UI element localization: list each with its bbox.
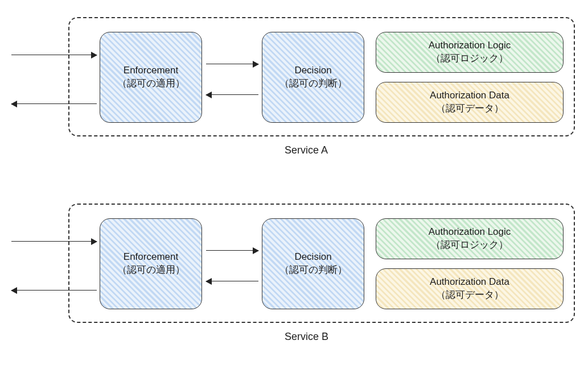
logic-block-b: Authorization Logic （認可ロジック） (376, 218, 564, 259)
decision-title-a: Decision (294, 64, 331, 77)
logic-block-a: Authorization Logic （認可ロジック） (376, 32, 564, 73)
data-block-b: Authorization Data （認可データ） (376, 268, 564, 309)
arrow-out-b (11, 290, 97, 291)
logic-title-b: Authorization Logic (429, 226, 511, 239)
enforcement-subtitle-a: （認可の適用） (117, 77, 185, 90)
service-b-label: Service B (285, 331, 328, 343)
data-title-a: Authorization Data (430, 89, 509, 102)
data-subtitle-b: （認可データ） (436, 289, 504, 302)
logic-title-a: Authorization Logic (429, 39, 511, 52)
arrow-in-b (11, 241, 97, 242)
logic-subtitle-b: （認可ロジック） (431, 239, 508, 252)
decision-subtitle-b: （認可の判断） (279, 264, 347, 277)
arrow-enf-to-dec-b (206, 250, 258, 251)
arrow-dec-to-enf-a (206, 94, 258, 95)
arrow-in-a (11, 55, 97, 55)
decision-block-b: Decision （認可の判断） (262, 218, 364, 309)
data-title-b: Authorization Data (430, 276, 509, 289)
decision-title-b: Decision (294, 251, 331, 264)
logic-subtitle-a: （認可ロジック） (431, 52, 508, 65)
enforcement-title-a: Enforcement (124, 64, 178, 77)
enforcement-title-b: Enforcement (124, 251, 178, 264)
enforcement-subtitle-b: （認可の適用） (117, 264, 185, 277)
data-subtitle-a: （認可データ） (436, 102, 504, 115)
enforcement-block-b: Enforcement （認可の適用） (100, 218, 202, 309)
data-block-a: Authorization Data （認可データ） (376, 82, 564, 123)
decision-block-a: Decision （認可の判断） (262, 32, 364, 123)
arrow-enf-to-dec-a (206, 64, 258, 64)
arrow-dec-to-enf-b (206, 281, 258, 281)
decision-subtitle-a: （認可の判断） (279, 77, 347, 90)
service-a-label: Service A (285, 144, 328, 156)
arrow-out-a (11, 103, 97, 104)
enforcement-block-a: Enforcement （認可の適用） (100, 32, 202, 123)
